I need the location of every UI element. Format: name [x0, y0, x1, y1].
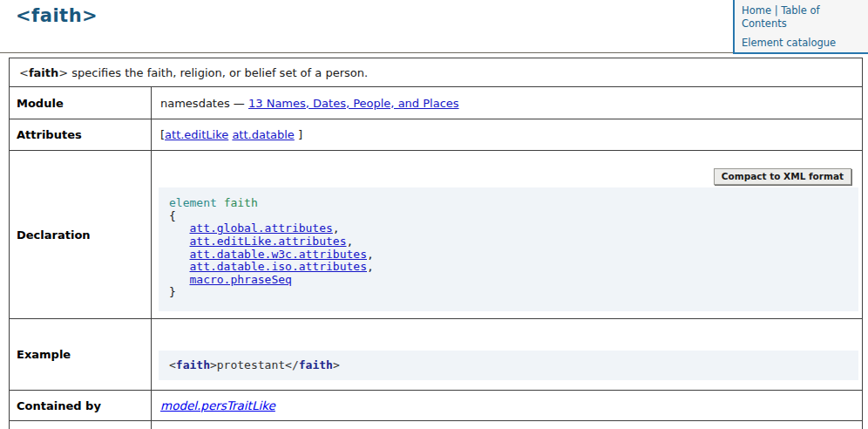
module-label: Module	[10, 87, 152, 119]
code-comma: ,	[333, 221, 340, 235]
attributes-row: Attributes [att.editLike att.datable ]	[10, 119, 863, 151]
declaration-value: Compact to XML format element faith { at…	[152, 151, 863, 319]
declaration-label: Declaration	[10, 151, 152, 319]
declaration-link-att-datable-iso[interactable]: att.datable.iso.attributes	[189, 260, 367, 273]
description-bracket-open: <	[19, 66, 29, 79]
nav-group-top: Home | Table of Contents	[742, 4, 863, 31]
description-row: <faith> specifies the faith, religion, o…	[10, 58, 863, 87]
description-bracket-close: >	[58, 66, 68, 79]
example-close-close-bracket: >	[333, 358, 340, 371]
example-content: protestant	[217, 358, 285, 371]
attributes-label: Attributes	[10, 119, 152, 151]
contained-by-row: Contained by model.persTraitLike	[10, 391, 863, 421]
declaration-link-att-editlike[interactable]: att.editLike.attributes	[189, 235, 346, 248]
code-comma: ,	[367, 248, 374, 261]
partial-row-value	[152, 421, 863, 429]
declaration-code: element faith { att.global.attributes, a…	[159, 187, 858, 311]
attribute-class-link-editlike[interactable]: att.editLike	[165, 128, 228, 141]
page-title: <faith>	[16, 5, 98, 26]
module-value: namesdates — 13 Names, Dates, People, an…	[152, 87, 863, 119]
example-open-tag: faith	[176, 358, 210, 371]
description-tag-name: faith	[29, 66, 58, 79]
contained-by-model-link[interactable]: model.persTraitLike	[160, 398, 275, 412]
declaration-link-att-global[interactable]: att.global.attributes	[189, 221, 332, 235]
code-brace-close: }	[169, 285, 176, 298]
declaration-row: Declaration Compact to XML format elemen…	[10, 151, 863, 319]
nav-link-element-catalogue[interactable]: Element catalogue	[742, 37, 836, 49]
code-element-name: faith	[224, 196, 258, 209]
code-keyword-element: element	[169, 196, 217, 209]
module-name: namesdates —	[160, 97, 248, 110]
nav-group-bottom: Element catalogue	[742, 37, 863, 50]
header-divider	[0, 52, 733, 53]
example-row: Example <faith>protestant</faith>	[10, 319, 863, 391]
nav-link-home[interactable]: Home	[742, 4, 771, 17]
contained-by-label: Contained by	[10, 391, 152, 421]
declaration-link-macro-phraseseq[interactable]: macro.phraseSeq	[189, 273, 291, 286]
compact-to-xml-button[interactable]: Compact to XML format	[714, 168, 851, 185]
example-code: <faith>protestant</faith>	[159, 351, 858, 380]
example-open-bracket: <	[169, 358, 176, 371]
attributes-value: [att.editLike att.datable ]	[152, 119, 863, 151]
example-close-bracket: </	[285, 358, 299, 371]
declaration-button-row: Compact to XML format	[152, 158, 862, 185]
nav-separator: |	[775, 4, 778, 17]
code-comma: ,	[367, 260, 374, 273]
attribute-class-link-datable[interactable]: att.datable	[232, 128, 294, 141]
code-comma: ,	[347, 235, 354, 248]
description-text: specifies the faith, religion, or belief…	[68, 66, 368, 79]
table-row-partial	[10, 421, 863, 429]
element-spec-table: <faith> specifies the faith, religion, o…	[9, 58, 863, 429]
nav-box: Home | Table of Contents Element catalog…	[733, 0, 868, 54]
module-chapter-link[interactable]: 13 Names, Dates, People, and Places	[248, 97, 459, 110]
module-row: Module namesdates — 13 Names, Dates, Peo…	[10, 87, 863, 119]
partial-row-label	[10, 421, 152, 429]
code-brace-open: {	[169, 209, 176, 222]
declaration-link-att-datable-w3c[interactable]: att.datable.w3c.attributes	[189, 248, 367, 261]
example-label: Example	[10, 319, 152, 391]
contained-by-value: model.persTraitLike	[152, 391, 863, 421]
element-description: <faith> specifies the faith, religion, o…	[10, 58, 863, 87]
example-close-tag: faith	[299, 358, 333, 371]
example-value: <faith>protestant</faith>	[152, 319, 863, 391]
attributes-bracket-close: ]	[295, 128, 302, 141]
example-open-close-bracket: >	[210, 358, 217, 371]
